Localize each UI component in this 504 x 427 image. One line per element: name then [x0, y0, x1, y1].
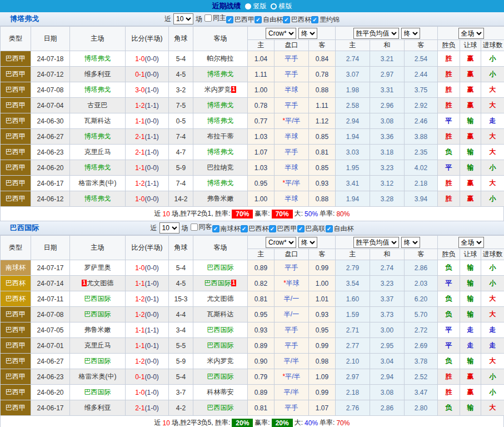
away-team-link[interactable]: 布拉干蒂	[207, 132, 234, 140]
halftime-score: (0-0)	[145, 164, 159, 172]
odds-stage-select[interactable]: 终	[298, 28, 317, 39]
league-checkbox[interactable]: 巴西杯	[241, 224, 269, 234]
bookmaker-select[interactable]: Crow*	[266, 28, 296, 39]
checkbox-checked-icon[interactable]	[241, 225, 248, 232]
home-team-link[interactable]: 巴西国际	[84, 357, 111, 365]
match-date-cell: 24-06-30	[31, 113, 70, 129]
away-team-cell: 巴西国际	[193, 338, 248, 354]
section-team-name[interactable]: 巴西国际	[10, 223, 39, 233]
league-checkbox[interactable]: 自由杯	[255, 15, 283, 24]
away-team-link[interactable]: 巴西国际	[207, 404, 234, 411]
league-type-cell: 南球杯	[1, 260, 31, 276]
checkbox-unchecked-icon[interactable]	[204, 14, 212, 22]
home-team-link[interactable]: 巴西国际	[84, 295, 111, 302]
home-team-link[interactable]: 古亚巴	[88, 101, 108, 109]
result-goals-cell: 走	[481, 322, 504, 338]
away-team-link[interactable]: 巴西国际	[204, 279, 231, 287]
away-team-link[interactable]: 米内罗竞	[207, 357, 234, 365]
corner-count: 3-4	[176, 326, 186, 334]
match-date: 24-06-20	[37, 389, 63, 396]
layout-option-horizontal[interactable]: 横版	[271, 2, 292, 11]
away-team-link[interactable]: 博塔弗戈	[207, 117, 234, 125]
league-checkbox[interactable]: 南球杯	[212, 224, 241, 234]
home-team-link[interactable]: 博塔弗戈	[84, 86, 111, 93]
match-count-select[interactable]: 10	[159, 222, 179, 234]
home-team-link[interactable]: 格雷米奥(中)	[79, 373, 117, 380]
checkbox-checked-icon[interactable]	[212, 225, 219, 232]
layout-option-vertical[interactable]: 竖版	[245, 2, 267, 11]
home-team-link[interactable]: 巴西国际	[84, 388, 111, 396]
result-handicap-cell: 输	[460, 291, 481, 307]
same-venue-checkbox[interactable]: 同客	[191, 222, 212, 232]
home-team-link[interactable]: 罗萨里奥	[84, 264, 111, 271]
league-checkbox[interactable]: 里约锦	[311, 15, 340, 24]
away-team-link[interactable]: 巴拉纳竞	[207, 163, 234, 171]
result-outcome: 平	[446, 117, 452, 125]
away-team-link[interactable]: 博塔弗戈	[207, 179, 234, 187]
away-team-link[interactable]: 博塔弗戈	[207, 70, 234, 78]
home-team-link[interactable]: 巴西国际	[84, 310, 111, 318]
avg-away-odds-cell: 3.78	[405, 354, 438, 369]
home-team-link[interactable]: 克里丘马	[84, 148, 111, 156]
home-team-link[interactable]: 维多利亚	[84, 404, 111, 411]
scope-select[interactable]: 全场	[458, 28, 484, 39]
fulltime-score: 1-0	[135, 389, 144, 396]
home-team-link[interactable]: 瓦斯科达	[84, 117, 111, 125]
avg-home-odds-cell: 1.59	[336, 307, 370, 322]
home-team-link[interactable]: 博塔弗戈	[84, 54, 111, 62]
home-team-link[interactable]: 格雷米奥(中)	[79, 179, 117, 187]
away-team-link[interactable]: 巴西国际	[207, 373, 234, 380]
checkbox-unchecked-icon[interactable]	[191, 224, 198, 231]
checkbox-checked-icon[interactable]	[326, 225, 333, 232]
league-checkbox[interactable]: 巴高联	[297, 224, 326, 234]
avg-draw-odds-cell: 3.23	[370, 160, 405, 176]
league-type-cell: 巴西甲	[1, 338, 31, 354]
same-venue-checkbox[interactable]: 同主	[204, 13, 226, 23]
home-team-link[interactable]: 克里丘马	[84, 341, 111, 349]
section-team-name[interactable]: 博塔弗戈	[10, 14, 39, 24]
away-team-link[interactable]: 瓦斯科达	[207, 310, 234, 318]
league-checkbox[interactable]: 巴西甲	[226, 15, 255, 24]
away-team-link[interactable]: 帕尔梅拉	[207, 54, 234, 62]
away-team-link[interactable]: 尤文图德	[207, 295, 234, 302]
scope-select[interactable]: 全场	[458, 237, 484, 248]
checkbox-checked-icon[interactable]	[283, 16, 290, 23]
away-team-link[interactable]: 巴西国际	[207, 341, 234, 349]
league-checkbox[interactable]: 巴西甲	[269, 224, 297, 234]
home-team-link[interactable]: 博塔弗戈	[84, 163, 111, 171]
away-team-link[interactable]: 博塔弗戈	[207, 101, 234, 109]
checkbox-checked-icon[interactable]	[297, 225, 305, 232]
avg-stage-select[interactable]: 终	[401, 28, 420, 39]
checkbox-checked-icon[interactable]	[311, 16, 318, 23]
radio-unselected-icon[interactable]	[271, 3, 277, 9]
checkbox-label: 同主	[213, 13, 226, 23]
away-team-link[interactable]: 博塔弗戈	[207, 148, 234, 156]
away-team-link[interactable]: 科林蒂安	[207, 388, 234, 396]
match-count-select[interactable]: 10	[173, 13, 193, 24]
away-team-link[interactable]: 弗鲁米嫩	[207, 195, 234, 202]
home-team-link[interactable]: 尤文图德	[87, 279, 113, 287]
checkbox-label: 南球杯	[221, 224, 241, 234]
home-team-link[interactable]: 博塔弗戈	[84, 195, 111, 202]
away-team-link[interactable]: 巴西国际	[207, 326, 234, 334]
result-outcome-cell: 胜	[438, 385, 460, 400]
league-checkbox[interactable]: 自由杯	[326, 224, 354, 234]
checkbox-checked-icon[interactable]	[226, 16, 233, 23]
home-team-cell: 格雷米奥(中)	[70, 369, 126, 385]
checkbox-checked-icon[interactable]	[269, 225, 276, 232]
away-team-link[interactable]: 巴西国际	[207, 264, 234, 271]
radio-selected-icon[interactable]	[245, 3, 251, 9]
bookmaker-select[interactable]: Crow*	[266, 237, 296, 248]
avg-odds-select[interactable]: 胜平负均值	[353, 28, 399, 39]
avg-odds-select[interactable]: 胜平负均值	[353, 237, 399, 248]
league-checkbox[interactable]: 巴西杯	[283, 15, 311, 24]
home-team-link[interactable]: 维多利亚	[84, 70, 111, 78]
checkbox-label: 巴西甲	[234, 15, 255, 24]
avg-stage-select[interactable]: 终	[401, 237, 420, 248]
home-team-link[interactable]: 博塔弗戈	[84, 132, 111, 140]
home-team-link[interactable]: 弗鲁米嫩	[84, 326, 111, 334]
odds-stage-select[interactable]: 终	[298, 237, 317, 248]
checkbox-checked-icon[interactable]	[255, 16, 262, 23]
home-team-cell: 巴西国际	[70, 307, 126, 322]
away-team-link[interactable]: 米内罗竞	[204, 86, 231, 93]
